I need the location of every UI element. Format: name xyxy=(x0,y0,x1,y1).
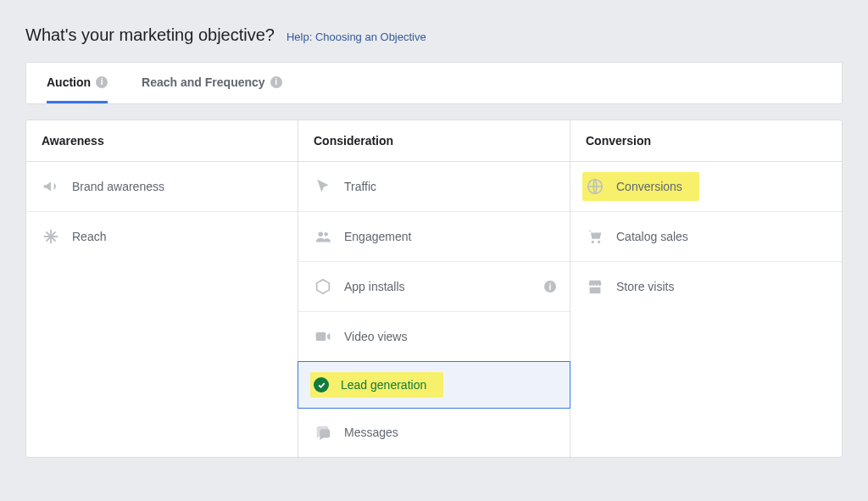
info-icon[interactable]: i xyxy=(270,76,282,88)
option-label: Store visits xyxy=(616,280,674,293)
column-conversion: Conversion Conversions Catalog sales xyxy=(570,120,842,457)
box-icon xyxy=(314,277,332,296)
option-lead-generation[interactable]: Lead generation xyxy=(298,361,570,409)
option-label: Catalog sales xyxy=(616,230,688,243)
option-label: Lead generation xyxy=(341,378,426,392)
svg-point-5 xyxy=(598,241,600,243)
option-reach[interactable]: Reach xyxy=(26,212,298,261)
highlight: Conversions xyxy=(582,172,699,201)
page-title: What's your marketing objective? xyxy=(25,25,275,45)
option-label: Video views xyxy=(344,330,407,343)
video-icon xyxy=(314,327,332,346)
option-label: Conversions xyxy=(616,180,682,193)
column-header-conversion: Conversion xyxy=(570,120,842,162)
people-icon xyxy=(314,227,332,246)
option-label: Brand awareness xyxy=(72,180,164,193)
option-traffic[interactable]: Traffic xyxy=(298,162,570,212)
option-video-views[interactable]: Video views xyxy=(298,312,570,362)
option-label: Messages xyxy=(344,426,398,439)
option-label: App installs xyxy=(344,280,405,293)
option-conversions[interactable]: Conversions xyxy=(570,162,842,212)
svg-rect-2 xyxy=(316,332,326,341)
tabs-bar: Auction i Reach and Frequency i xyxy=(25,62,843,104)
info-icon[interactable]: i xyxy=(96,76,108,88)
info-icon[interactable]: i xyxy=(544,281,556,292)
option-app-installs[interactable]: App installs i xyxy=(298,262,570,312)
column-awareness: Awareness Brand awareness Reach xyxy=(26,120,298,457)
chat-icon xyxy=(314,423,332,442)
svg-point-1 xyxy=(324,232,327,236)
tab-reach-frequency-label: Reach and Frequency xyxy=(142,75,265,89)
option-messages[interactable]: Messages xyxy=(298,408,570,457)
column-consideration: Consideration Traffic Engagement App ins… xyxy=(298,120,570,457)
option-label: Reach xyxy=(72,230,106,243)
objective-grid: Awareness Brand awareness Reach Consider… xyxy=(25,120,843,458)
check-icon xyxy=(314,377,329,392)
tab-auction-label: Auction xyxy=(47,75,91,89)
option-catalog-sales[interactable]: Catalog sales xyxy=(570,212,842,262)
option-brand-awareness[interactable]: Brand awareness xyxy=(26,162,298,212)
option-label: Engagement xyxy=(344,230,411,243)
svg-point-0 xyxy=(319,232,324,237)
option-engagement[interactable]: Engagement xyxy=(298,212,570,262)
help-link[interactable]: Help: Choosing an Objective xyxy=(287,31,426,43)
snowflake-icon xyxy=(42,227,60,246)
column-header-awareness: Awareness xyxy=(26,120,298,162)
option-label: Traffic xyxy=(344,180,376,193)
column-header-consideration: Consideration xyxy=(298,120,570,162)
highlight: Lead generation xyxy=(310,372,443,398)
option-store-visits[interactable]: Store visits xyxy=(570,262,842,311)
tab-auction[interactable]: Auction i xyxy=(47,63,108,103)
cart-icon xyxy=(586,227,604,246)
megaphone-icon xyxy=(42,177,60,196)
cursor-icon xyxy=(314,177,332,196)
tab-reach-frequency[interactable]: Reach and Frequency i xyxy=(142,63,282,103)
svg-point-4 xyxy=(592,241,594,243)
store-icon xyxy=(586,277,604,296)
globe-icon xyxy=(586,177,604,196)
